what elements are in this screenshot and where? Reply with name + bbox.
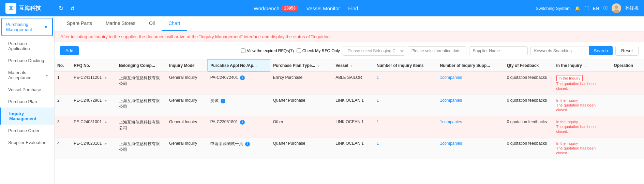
check-my-rfq-group: Check My RFQ Only <box>297 48 340 53</box>
col-inquiry-mode: Inquiry Mode <box>166 60 208 72</box>
inquiry-status-text: In the Inquiry <box>556 141 578 145</box>
tabs-bar: Spare Parts Marine Stores Oil Chart <box>55 16 644 31</box>
nav-right: Switching System 🔔 ⛶ EN ⓘ 孙红梅 <box>536 3 639 13</box>
cell-belonging: 上海互海信息科技有限公司 <box>116 72 166 95</box>
cell-num-supp: 1companies <box>437 72 504 95</box>
sidebar-parent-purchasing[interactable]: PurchasingManagement ▼ <box>1 18 53 36</box>
col-no: No. <box>55 60 71 72</box>
cell-num-items: 1 <box>374 116 437 138</box>
add-button[interactable]: Add <box>60 46 79 55</box>
col-vessel: Vessel ↕ <box>333 60 374 72</box>
cell-belonging: 上海互海信息科技有限公司 <box>116 95 166 116</box>
cell-mode: General Inquiry <box>166 116 208 138</box>
cell-in-inquiry: In the Inquiry The quotation has been cl… <box>554 138 611 159</box>
chevron-right-icon: ► <box>45 73 49 77</box>
col-in-inquiry: In the Inquiry ↓ <box>554 60 611 72</box>
expand-icon[interactable]: ⛶ <box>584 6 589 11</box>
cell-mode: General Inquiry <box>166 72 208 95</box>
inquiry-closed-text: The quotation has been closed. <box>556 125 596 133</box>
cell-vessel: LINK OCEAN 1 <box>333 116 374 138</box>
belonging-select[interactable]: Please select Belonging C <box>343 46 405 56</box>
nav-center: Workbench 28953 Vessel Monitor Find <box>80 5 531 11</box>
inquiry-closed-text: The quotation has been closed. <box>556 146 596 155</box>
logo-text: 互海科技 <box>19 5 41 12</box>
cell-mode: General Inquiry <box>166 138 208 159</box>
notice-bar: After initiating an inquiry to the suppl… <box>55 31 644 42</box>
history-icon[interactable]: ↻ <box>59 4 64 12</box>
tab-oil[interactable]: Oil <box>142 16 162 31</box>
cell-operation <box>611 95 644 116</box>
search-button[interactable]: Search <box>589 46 613 55</box>
supplier-input[interactable] <box>469 46 528 55</box>
col-app-no: Purcahse Appl No./Ap... <box>208 60 270 72</box>
view-expired-checkbox[interactable] <box>241 48 245 53</box>
check-my-rfq-checkbox[interactable] <box>297 48 301 53</box>
sidebar-item-supplier-evaluation[interactable]: Supplier Evaluation <box>0 137 54 148</box>
layout: PurchasingManagement ▼ Purchase Applicat… <box>0 16 644 184</box>
col-num-supp: Number of Inquiry Supp... <box>437 60 504 72</box>
cell-operation <box>611 72 644 95</box>
tab-spare-parts[interactable]: Spare Parts <box>60 16 99 31</box>
cell-belonging: 上海互海信息科技有限公司 <box>116 138 166 159</box>
table-container: No. RFQ No. Belonging Comp... Inquiry Mo… <box>55 59 644 184</box>
user-name[interactable]: 孙红梅 <box>625 5 639 11</box>
col-num-items: Number of inquiry items <box>374 60 437 72</box>
sidebar-item-materials-acceptance[interactable]: Materials Acceptance ► <box>0 67 54 84</box>
inquiry-status-text: In the Inquiry <box>556 98 578 102</box>
cell-num-supp: 1companies <box>437 138 504 159</box>
date-input[interactable] <box>408 46 466 55</box>
cell-feedback: 0 quotation feedbacks <box>504 138 554 159</box>
cell-operation <box>611 116 644 138</box>
language-selector[interactable]: EN <box>593 6 599 11</box>
cell-plan-type: Other <box>270 116 333 138</box>
tab-chart[interactable]: Chart <box>162 16 187 31</box>
expand-row-icon[interactable]: ► <box>104 99 108 102</box>
info-icon-3[interactable]: i <box>240 120 245 125</box>
expand-row-icon[interactable]: ► <box>104 120 108 124</box>
workbench-area: Workbench 28953 <box>254 5 298 11</box>
vessel-monitor-link[interactable]: Vessel Monitor <box>306 5 340 11</box>
cell-feedback: 0 quotation feedbacks <box>504 72 554 95</box>
sidebar-item-purchase-application[interactable]: Purchase Application <box>0 38 54 55</box>
sidebar-item-purchase-order[interactable]: Purchase Order <box>0 125 54 137</box>
sidebar-item-vessel-purchase[interactable]: Vessel Purchase <box>0 84 54 96</box>
sidebar-parent-label: PurchasingManagement <box>6 22 32 32</box>
col-belonging: Belonging Comp... <box>116 60 166 72</box>
sidebar-item-purchase-docking[interactable]: Purchase Docking <box>0 55 54 67</box>
workbench-label[interactable]: Workbench <box>254 5 280 11</box>
sidebar-item-purchase-plan[interactable]: Purchase Plan <box>0 96 54 108</box>
info-icon-2[interactable]: i <box>221 99 225 103</box>
tab-marine-stores[interactable]: Marine Stores <box>99 16 142 31</box>
table-row: 1 PE-C24111201 ► 上海互海信息科技有限公司 General In… <box>55 72 644 95</box>
expand-row-icon[interactable]: ► <box>104 142 108 145</box>
info-icon-4[interactable]: i <box>245 142 250 146</box>
bell-icon[interactable]: 🔔 <box>575 6 580 11</box>
cell-plan-type: Quarter Purchase <box>270 95 333 116</box>
reset-button[interactable]: Reset <box>615 46 639 56</box>
sidebar-item-inquiry-management[interactable]: Inquiry Management <box>0 108 54 125</box>
chevron-down-icon: ▼ <box>44 25 48 30</box>
col-plan-type: Purchase Plan Type... ↕ <box>270 60 333 72</box>
search-group: Search <box>530 46 613 55</box>
switching-system[interactable]: Switching System <box>536 6 571 11</box>
keywords-input[interactable] <box>530 46 589 55</box>
find-link[interactable]: Find <box>348 5 358 11</box>
workbench-badge[interactable]: 28953 <box>281 5 298 11</box>
sidebar: PurchasingManagement ▼ Purchase Applicat… <box>0 16 55 184</box>
logo-icon: 互 <box>5 3 16 14</box>
col-operation: Operation <box>611 60 644 72</box>
logo-area: 互 互海科技 <box>5 3 53 14</box>
cell-rfq-no: PE-C24031001 ► <box>71 116 116 138</box>
search-icon[interactable]: ☌ <box>71 4 75 12</box>
info-icon-1[interactable]: i <box>240 75 245 80</box>
help-icon[interactable]: ⓘ <box>603 5 608 11</box>
expand-row-icon[interactable]: ► <box>104 76 108 80</box>
cell-feedback: 0 quotation feedbacks <box>504 116 554 138</box>
cell-app-no: PA-C24072401 i <box>208 72 270 95</box>
table-row: 3 PE-C24031001 ► 上海互海信息科技有限公司 General In… <box>55 116 644 138</box>
cell-no: 1 <box>55 72 71 95</box>
cell-app-no: 申请采购测试一批 i <box>208 138 270 159</box>
cell-rfq-no: PE-C24111201 ► <box>71 72 116 95</box>
cell-num-supp: 1companies <box>437 95 504 116</box>
avatar[interactable] <box>612 3 621 13</box>
